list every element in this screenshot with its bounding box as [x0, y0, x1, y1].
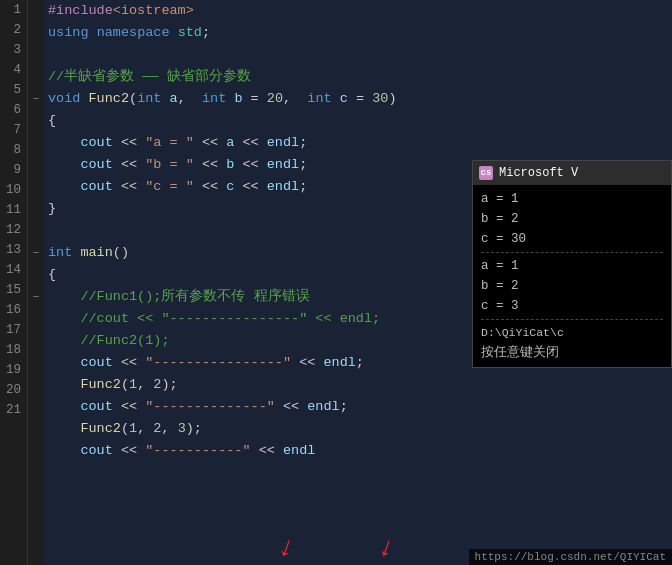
code-line-20: Func2(1, 2, 3); [48, 418, 672, 440]
code-line-7: cout << "a = " << a << endl; [48, 132, 672, 154]
code-line-18: Func2(1, 2); [48, 374, 672, 396]
terminal-line-5: b = 2 [481, 276, 663, 296]
code-line-3 [48, 44, 672, 66]
terminal-separator-1 [481, 252, 663, 253]
token-header: <iostream> [113, 0, 194, 22]
fold-minus-func2[interactable]: − [33, 88, 40, 110]
code-line-21: cout << "-----------" << endl [48, 440, 672, 462]
token-include: #include [48, 0, 113, 22]
terminal-line-2: b = 2 [481, 209, 663, 229]
fold-column: − − − [28, 0, 44, 565]
terminal-titlebar: cs Microsoft V [473, 161, 671, 185]
terminal-close-prompt: 按任意键关闭 [481, 343, 663, 363]
code-line-4: //半缺省参数 —— 缺省部分参数 [48, 66, 672, 88]
code-line-6: { [48, 110, 672, 132]
terminal-panel: cs Microsoft V a = 1 b = 2 c = 30 a = 1 … [472, 160, 672, 368]
watermark: https://blog.csdn.net/QIYICat [469, 549, 672, 565]
code-line-2: using namespace std; [48, 22, 672, 44]
fold-minus-inner[interactable]: − [33, 286, 40, 308]
terminal-line-3: c = 30 [481, 229, 663, 249]
editor-container: 1 2 3 4 5 6 7 8 9 10 11 12 13 14 15 16 1… [0, 0, 672, 565]
terminal-line-6: c = 3 [481, 296, 663, 316]
token-using: using [48, 22, 89, 44]
terminal-line-4: a = 1 [481, 256, 663, 276]
code-line-19: cout << "--------------" << endl; [48, 396, 672, 418]
terminal-separator-2 [481, 319, 663, 320]
terminal-title: Microsoft V [499, 163, 578, 183]
terminal-icon: cs [479, 166, 493, 180]
terminal-path: D:\QiYiCat\c [481, 323, 663, 343]
line-numbers: 1 2 3 4 5 6 7 8 9 10 11 12 13 14 15 16 1… [0, 0, 28, 565]
code-line-5: void Func2(int a, int b = 20, int c = 30… [48, 88, 672, 110]
terminal-body: a = 1 b = 2 c = 30 a = 1 b = 2 c = 3 D:\… [473, 185, 671, 367]
code-line-1: #include<iostream> [48, 0, 672, 22]
fold-minus-main[interactable]: − [33, 242, 40, 264]
terminal-line-1: a = 1 [481, 189, 663, 209]
